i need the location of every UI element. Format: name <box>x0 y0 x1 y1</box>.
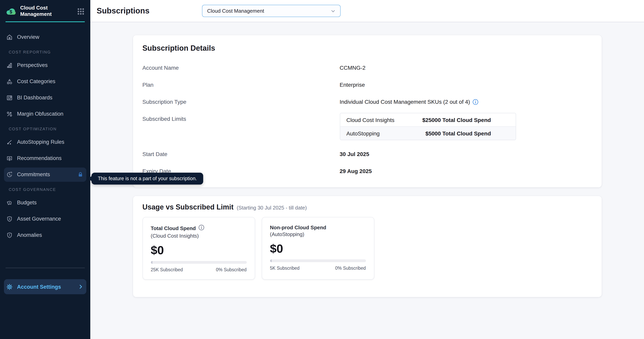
detail-label: Account Name <box>142 64 340 71</box>
commitments-clock-icon <box>6 171 13 178</box>
usage-vs-limit-card: Usage vs Subscribed Limit (Starting 30 J… <box>133 196 602 297</box>
subscription-details-title: Subscription Details <box>142 44 592 53</box>
limit-name: Cloud Cost Insights <box>340 117 418 123</box>
sidebar-item-label: Anomalies <box>17 232 42 238</box>
shapes-icon <box>6 78 13 84</box>
detail-label: Subscription Type <box>142 98 340 105</box>
usage-subtitle: (Starting 30 Jul 2025 - till date) <box>237 205 307 211</box>
page-title: Subscriptions <box>97 6 150 16</box>
usage-title: Usage vs Subscribed Limit <box>142 203 234 212</box>
progress-bar <box>270 260 366 262</box>
module-selector-value: Cloud Cost Management <box>207 8 264 14</box>
sidebar-item-recommendations[interactable]: Recommendations <box>4 151 86 165</box>
mini-card-subtitle: (AutoStopping) <box>270 231 366 237</box>
info-icon[interactable] <box>472 99 478 105</box>
sidebar-item-label: Recommendations <box>17 155 62 161</box>
progress-fill <box>151 261 152 264</box>
percent-arrow-icon <box>6 111 13 117</box>
sidebar-item-label: Commitments <box>17 172 50 178</box>
table-row: AutoStopping $5000 Total Cloud Spend <box>340 126 516 140</box>
app-grid-icon[interactable] <box>77 8 85 16</box>
detail-row-start-date: Start Date 30 Jul 2025 <box>142 151 592 157</box>
detail-row-plan: Plan Enterprise <box>142 82 592 88</box>
detail-value: Enterprise <box>340 82 365 88</box>
svg-text:$: $ <box>9 201 10 204</box>
spend-value: $0 <box>151 244 246 256</box>
svg-text:$: $ <box>9 217 10 220</box>
sidebar: $ Cloud Cost Management Overview COST RE… <box>0 0 90 339</box>
sidebar-section-cost-reporting: COST REPORTING <box>4 50 86 55</box>
autostopping-icon <box>6 139 13 145</box>
detail-value: 29 Aug 2025 <box>340 168 372 174</box>
sidebar-item-overview[interactable]: Overview <box>4 30 86 44</box>
sidebar-header: $ Cloud Cost Management <box>0 0 90 21</box>
mini-card-subtitle: (Cloud Cost Insights) <box>151 233 246 239</box>
svg-text:$: $ <box>10 9 12 14</box>
detail-row-subscription-type: Subscription Type Individual Cloud Cost … <box>142 98 592 105</box>
sidebar-bottom-divider <box>6 268 85 268</box>
subscription-tooltip: This feature is not a part of your subsc… <box>92 173 203 184</box>
sidebar-item-account-settings[interactable]: Account Settings <box>4 279 86 294</box>
sidebar-item-perspectives[interactable]: Perspectives <box>4 58 86 72</box>
detail-label: Plan <box>142 82 340 88</box>
app-title: Cloud Cost Management <box>20 5 64 18</box>
sidebar-item-label: Margin Obfuscation <box>17 111 63 117</box>
nonprod-cloud-spend-card: Non-prod Cloud Spend (AutoStopping) $0 5… <box>262 217 374 280</box>
sidebar-item-anomalies[interactable]: Anomalies <box>4 228 86 242</box>
detail-row-subscribed-limits: Subscribed Limits Cloud Cost Insights $2… <box>142 116 592 140</box>
chevron-right-icon <box>78 284 83 289</box>
lock-icon <box>78 172 83 177</box>
sidebar-section-cost-optimization: COST OPTIMIZATION <box>4 126 86 132</box>
gear-icon <box>6 284 13 290</box>
sidebar-item-label: Perspectives <box>17 62 48 68</box>
subscribed-limits-table: Cloud Cost Insights $25000 Total Cloud S… <box>340 113 516 140</box>
sidebar-item-label: Cost Categories <box>17 78 56 84</box>
tooltip-text: This feature is not a part of your subsc… <box>98 176 197 182</box>
subscription-type-text: Individual Cloud Cost Management SKUs (2… <box>340 98 470 105</box>
sidebar-item-autostopping-rules[interactable]: AutoStopping Rules <box>4 135 86 149</box>
mini-card-title: Non-prod Cloud Spend <box>270 224 326 230</box>
home-icon <box>6 34 13 40</box>
sidebar-item-commitments[interactable]: Commitments <box>4 167 86 182</box>
sidebar-item-label: BI Dashboards <box>17 95 52 100</box>
subscribed-percent-label: 0% Subscribed <box>216 267 246 272</box>
limit-value: $25000 Total Cloud Spend <box>418 117 516 123</box>
limit-name: AutoStopping <box>340 130 418 136</box>
shield-alert-icon <box>6 232 13 238</box>
detail-row-account-name: Account Name CCMNG-2 <box>142 64 592 71</box>
sidebar-item-label: Overview <box>17 34 40 40</box>
detail-value: CCMNG-2 <box>340 64 366 71</box>
sidebar-item-cost-categories[interactable]: Cost Categories <box>4 74 86 88</box>
subscribed-percent-label: 0% Subscribed <box>335 266 366 270</box>
recommendations-icon <box>6 155 13 162</box>
topbar: Subscriptions Cloud Cost Management <box>90 0 644 22</box>
progress-fill <box>270 260 272 262</box>
limit-value: $5000 Total Cloud Spend <box>418 130 516 136</box>
sidebar-item-asset-governance[interactable]: $ Asset Governance <box>4 212 86 226</box>
shield-dollar-icon: $ <box>6 216 13 222</box>
usage-heading: Usage vs Subscribed Limit (Starting 30 J… <box>142 203 592 212</box>
piggy-bank-icon: $ <box>6 200 13 206</box>
info-icon[interactable] <box>199 224 204 232</box>
spend-value: $0 <box>270 243 366 255</box>
subscription-details-card: Subscription Details Account Name CCMNG-… <box>133 35 602 187</box>
sidebar-item-budgets[interactable]: $ Budgets <box>4 196 86 210</box>
total-cloud-spend-card: Total Cloud Spend (Cloud Cost Insights) … <box>142 217 255 280</box>
sidebar-item-margin-obfuscation[interactable]: Margin Obfuscation <box>4 107 86 121</box>
detail-label: Subscribed Limits <box>142 116 340 122</box>
dashboard-image-icon <box>6 94 13 101</box>
chevron-down-icon <box>331 8 336 13</box>
mini-card-title: Total Cloud Spend <box>151 225 196 231</box>
progress-bar <box>151 261 246 264</box>
sidebar-section-cost-governance: COST GOVERNANCE <box>4 187 86 192</box>
detail-label: Start Date <box>142 151 340 157</box>
subscribed-amount-label: 5K Subscribed <box>270 266 300 270</box>
sidebar-item-label: Asset Governance <box>17 216 61 222</box>
cloud-cost-logo-icon: $ <box>6 6 16 17</box>
table-row: Cloud Cost Insights $25000 Total Cloud S… <box>340 113 516 126</box>
detail-value: Individual Cloud Cost Management SKUs (2… <box>340 98 478 105</box>
module-selector-dropdown[interactable]: Cloud Cost Management <box>202 5 340 17</box>
subscribed-amount-label: 25K Subscribed <box>151 267 183 272</box>
sidebar-item-bi-dashboards[interactable]: BI Dashboards <box>4 90 86 105</box>
detail-row-expiry-date: Expiry Date 29 Aug 2025 <box>142 168 592 174</box>
